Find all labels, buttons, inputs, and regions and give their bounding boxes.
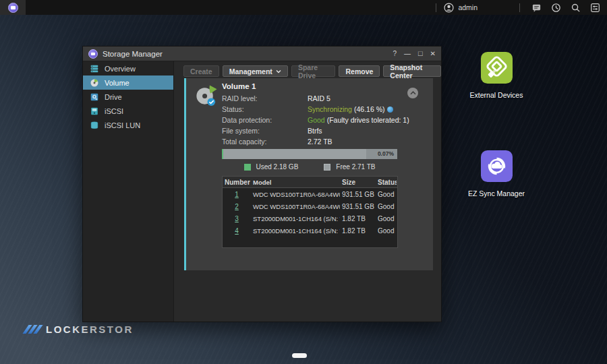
preferences-icon[interactable] [589,2,600,13]
volume-disk-icon [194,83,219,111]
window-title: Storage Manager [103,50,163,58]
sidebar-item-label: Overview [105,65,136,73]
capacity-usage-bar: 0.07% [222,149,397,159]
sidebar-item-label: iSCSI LUN [105,121,140,129]
ez-sync-manager-icon [481,150,513,185]
disk-table-header: Number Model Size Status [223,177,397,188]
adm-logo-icon [8,3,18,13]
help-icon[interactable]: ? [393,51,397,57]
disk-number-link[interactable]: 2 [235,203,239,210]
iscsi-icon [90,107,99,116]
detail-row-status: Status:Synchronizing(46.16 %) [222,105,393,113]
disk-table-row: 2 WDC WDS100T1R0A-68A4W0 (S... 931.51 GB… [223,200,397,212]
external-devices-icon [481,52,513,86]
minimize-icon[interactable]: — [404,51,411,57]
detail-row-total-capacity: Total capacity:2.72 TB [222,138,333,146]
sidebar-item-volume[interactable]: Volume [83,75,173,90]
volume-1-panel: Volume 1 RAID level:RAID 5 Status:Synchr… [184,78,433,270]
sidebar-item-iscsi[interactable]: iSCSI [83,104,173,118]
free-swatch-icon [324,164,330,171]
divider [436,3,436,12]
spare-drive-button[interactable]: Spare Drive [291,65,336,77]
management-dropdown-button[interactable]: Management [223,65,288,77]
volume-toolbar: Create Management Spare Drive Remove Sna… [174,61,441,77]
snapshot-center-button[interactable]: Snapshot Center [383,65,441,77]
drive-icon [90,92,99,102]
sidebar-item-label: iSCSI [105,107,123,115]
sidebar-item-drive[interactable]: Drive [83,90,173,104]
disk-table-row: 4 ST2000DM001-1CH164 (S/N: W1... 1.82 TB… [223,224,397,237]
iscsi-lun-icon [90,121,99,130]
disk-table-row: 3 ST2000DM001-1CH164 (S/N: W1... 1.82 TB… [223,212,397,224]
desktop-icon-label: EZ Sync Manager [465,189,527,198]
volume-title: Volume 1 [222,82,256,90]
chevron-down-icon [276,69,281,73]
sidebar-item-iscsi-lun[interactable]: iSCSI LUN [83,118,173,132]
detail-row-data-protection: Data protection:Good(Faulty drives toler… [222,116,409,124]
free-label: Free 2.71 TB [336,163,375,171]
disk-number-link[interactable]: 3 [235,215,239,222]
remove-button[interactable]: Remove [339,65,380,77]
storage-manager-window: Storage Manager ? — □ ✕ Overview Volume … [82,46,442,322]
window-titlebar[interactable]: Storage Manager ? — □ ✕ [83,47,441,61]
sidebar-item-label: Volume [105,79,129,87]
maximize-icon[interactable]: □ [418,50,423,57]
desktop-icon-label: External Devices [465,91,527,99]
used-label: Used 2.18 GB [256,163,299,171]
search-icon[interactable] [570,2,581,13]
chevron-up-icon [410,91,416,95]
overview-icon [90,64,99,73]
topbar: admin [0,0,607,15]
brand-slashes-icon [26,325,40,334]
capacity-legend: Used 2.18 GB Free 2.71 TB [222,163,397,171]
disk-table-row: 1 WDC WDS100T1R0A-68A4W0 (S... 931.51 GB… [223,188,397,200]
username: admin [458,3,478,11]
collapse-panel-button[interactable] [407,88,418,98]
disk-number-link[interactable]: 1 [235,191,239,198]
volume-icon [90,78,99,88]
storage-manager-sidebar: Overview Volume Drive iSCSI iSCSI LUN [83,61,174,322]
dock-handle[interactable] [292,353,307,358]
storage-manager-content: Create Management Spare Drive Remove Sna… [174,61,441,322]
sidebar-item-label: Drive [105,93,122,101]
sidebar-item-overview[interactable]: Overview [83,61,173,75]
capacity-used-segment [222,149,223,159]
divider [519,3,520,12]
disk-table: Number Model Size Status 1 WDC WDS100T1R… [222,176,398,248]
close-icon[interactable]: ✕ [430,51,436,57]
disk-number-link[interactable]: 4 [235,227,239,235]
detail-row-file-system: File system:Btrfs [222,127,322,135]
detail-row-raid-level: RAID level:RAID 5 [222,94,330,102]
brand-text: LOCKERSTOR [46,324,134,335]
desktop-icon-ez-sync-manager[interactable]: EZ Sync Manager [465,150,527,198]
info-icon[interactable] [387,107,393,113]
used-swatch-icon [244,164,251,171]
user-menu[interactable]: admin [443,2,478,13]
capacity-percent-label: 0.07% [378,149,394,159]
system-monitor-icon[interactable] [550,2,561,13]
desktop-icon-external-devices[interactable]: External Devices [465,52,527,99]
lockerstor-brand: LOCKERSTOR [26,324,134,335]
create-button[interactable]: Create [183,65,219,77]
user-avatar-icon [443,2,454,13]
adm-home-button[interactable] [0,0,26,15]
notifications-icon[interactable] [531,2,542,13]
storage-manager-app-icon [88,49,98,59]
